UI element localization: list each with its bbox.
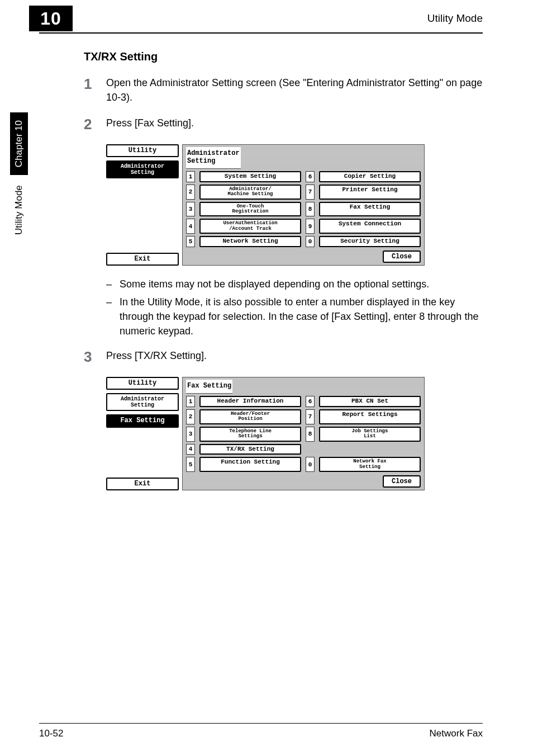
menu-num: 3: [186, 427, 195, 442]
footer-rule: [39, 723, 483, 724]
admin-setting-button[interactable]: Administrator Setting: [106, 160, 179, 178]
menu-num: 9: [306, 219, 315, 234]
system-connection-button[interactable]: System Connection: [319, 219, 421, 234]
header-information-button[interactable]: Header Information: [199, 396, 301, 407]
section-title: TX/RX Setting: [84, 50, 483, 63]
header-footer-position-button[interactable]: Header/Footer Position: [199, 409, 301, 424]
menu-num: 3: [186, 202, 195, 217]
step-text: Press [Fax Setting].: [106, 116, 194, 133]
note-text: Some items may not be displayed dependin…: [120, 277, 429, 291]
step-number: 1: [84, 75, 106, 105]
sidebar-chapter: Chapter 10: [10, 112, 28, 175]
step-number: 3: [84, 348, 106, 366]
header-title: Utility Mode: [427, 12, 483, 25]
exit-button[interactable]: Exit: [106, 478, 179, 490]
lcd-admin-setting: Utility Administrator Setting Exit Admin…: [106, 144, 425, 266]
menu-num: 2: [186, 185, 195, 200]
network-setting-button[interactable]: Network Setting: [199, 236, 301, 247]
sidebar-tab: Utility Mode Chapter 10: [10, 112, 28, 235]
system-setting-button[interactable]: System Setting: [199, 171, 301, 182]
menu-num: 8: [306, 202, 315, 217]
menu-num: 8: [306, 427, 315, 442]
chapter-badge: 10: [29, 6, 73, 31]
menu-num: 1: [186, 171, 195, 182]
bullet-dash: –: [106, 277, 120, 291]
printer-setting-button[interactable]: Printer Setting: [319, 185, 421, 200]
tx-rx-setting-button[interactable]: TX/RX Setting: [199, 444, 301, 455]
menu-num: 5: [186, 236, 195, 247]
menu-num: 7: [306, 409, 315, 424]
utility-button[interactable]: Utility: [106, 377, 179, 390]
job-settings-list-button[interactable]: Job Settings List: [319, 427, 421, 442]
fax-setting-button[interactable]: Fax Setting: [319, 202, 421, 217]
fax-setting-button[interactable]: Fax Setting: [106, 414, 179, 427]
footer-title: Network Fax: [430, 728, 483, 739]
step-number: 2: [84, 116, 106, 133]
screen-title: Fax Setting: [186, 380, 232, 394]
network-fax-setting-button[interactable]: Network Fax Setting: [319, 457, 421, 472]
page-number: 10-52: [39, 728, 63, 739]
menu-num: 0: [306, 236, 315, 247]
top-rule: [39, 32, 483, 34]
bullet-dash: –: [106, 295, 120, 338]
step-text: Open the Administrator Setting screen (S…: [106, 75, 483, 105]
copier-setting-button[interactable]: Copier Setting: [319, 171, 421, 182]
user-auth-button[interactable]: UserAuthentication /Account Track: [199, 219, 301, 234]
admin-machine-setting-button[interactable]: Administrator/ Machine Setting: [199, 185, 301, 200]
close-button[interactable]: Close: [383, 475, 421, 488]
utility-button[interactable]: Utility: [106, 144, 179, 157]
lcd-fax-setting: Utility Administrator Setting Fax Settin…: [106, 377, 425, 490]
step-text: Press [TX/RX Setting].: [106, 348, 207, 366]
function-setting-button[interactable]: Function Setting: [199, 457, 301, 472]
exit-button[interactable]: Exit: [106, 253, 179, 266]
sidebar-mode: Utility Mode: [13, 185, 25, 235]
telephone-line-settings-button[interactable]: Telephone Line Settings: [199, 427, 301, 442]
admin-setting-button[interactable]: Administrator Setting: [106, 393, 179, 411]
menu-num: 4: [186, 444, 195, 455]
menu-num: 1: [186, 396, 195, 407]
menu-num: 6: [306, 396, 315, 407]
security-setting-button[interactable]: Security Setting: [319, 236, 421, 247]
report-settings-button[interactable]: Report Settings: [319, 409, 421, 424]
note-text: In the Utility Mode, it is also possible…: [120, 295, 483, 338]
pbx-cn-set-button[interactable]: PBX CN Set: [319, 396, 421, 407]
menu-num: 5: [186, 457, 195, 472]
one-touch-registration-button[interactable]: One-Touch Registration: [199, 202, 301, 217]
menu-num: 6: [306, 171, 315, 182]
menu-num: 4: [186, 219, 195, 234]
menu-num: 7: [306, 185, 315, 200]
menu-num: 2: [186, 409, 195, 424]
screen-title: Administrator Setting: [186, 147, 241, 169]
close-button[interactable]: Close: [383, 251, 421, 263]
menu-num: 0: [306, 457, 315, 472]
